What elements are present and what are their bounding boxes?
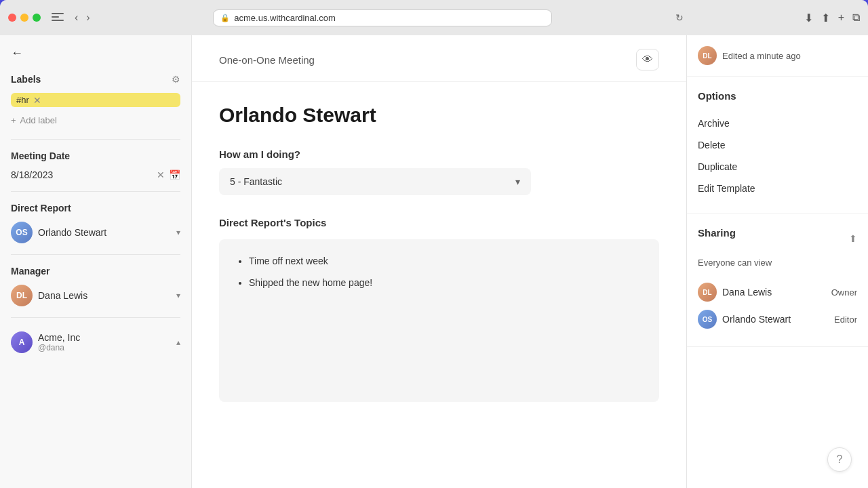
archive-option[interactable]: Archive <box>698 113 857 134</box>
divider-4 <box>11 317 180 318</box>
traffic-lights[interactable] <box>8 14 41 22</box>
eye-button[interactable]: 👁 <box>636 49 659 70</box>
hr-label-chip[interactable]: #hr ✕ <box>11 93 180 107</box>
browser-actions: ⬇ ⬆ + ⧉ <box>804 12 860 24</box>
dana-sharing-row: DL Dana Lewis Owner <box>698 279 857 306</box>
topics-area: Time off next week Shipped the new home … <box>219 239 659 402</box>
divider-2 <box>11 191 180 192</box>
dana-sharing-avatar: DL <box>698 283 717 302</box>
manager-title: Manager <box>11 266 50 277</box>
org-row[interactable]: A Acme, Inc @dana ▴ <box>11 331 180 353</box>
acme-avatar: A <box>11 331 33 353</box>
forward-nav-button[interactable]: › <box>83 10 92 25</box>
direct-report-row[interactable]: OS Orlando Stewart ▾ <box>11 222 180 243</box>
orlando-sharing-avatar: OS <box>698 310 717 329</box>
chevron-down-icon: ▾ <box>176 228 180 237</box>
manager-chevron-icon: ▾ <box>176 291 180 300</box>
direct-report-title: Direct Report <box>11 203 71 214</box>
doc-person-name: Orlando Stewart <box>219 104 659 127</box>
doc-body: Orlando Stewart How am I doing? 5 - Fant… <box>192 82 686 488</box>
clear-date-button[interactable]: ✕ <box>157 169 165 180</box>
rating-value: 5 - Fantastic <box>230 176 282 187</box>
date-row: 8/18/2023 ✕ 📅 <box>11 169 180 180</box>
divider-3 <box>11 254 180 255</box>
help-button[interactable]: ? <box>827 447 852 472</box>
rating-dropdown[interactable]: 5 - Fantastic ▾ <box>219 168 531 195</box>
maximize-button[interactable] <box>33 14 41 22</box>
download-button[interactable]: ⬇ <box>804 12 813 24</box>
topics-list: Time off next week Shipped the new home … <box>235 256 643 288</box>
orlando-sharing-row: OS Orlando Stewart Editor <box>698 306 857 333</box>
lock-icon: 🔒 <box>220 14 230 22</box>
back-nav-button[interactable]: ‹ <box>72 10 81 25</box>
meeting-date-title: Meeting Date <box>11 150 70 161</box>
doc-breadcrumb: One-on-One Meeting <box>219 54 315 66</box>
divider-1 <box>11 139 180 140</box>
back-button[interactable]: ← <box>11 46 180 60</box>
duplicate-option[interactable]: Duplicate <box>698 156 857 178</box>
main-content: One-on-One Meeting 👁 Orlando Stewart How… <box>192 35 686 488</box>
address-bar[interactable]: 🔒 acme.us.withcardinal.com <box>213 9 552 26</box>
add-label-row[interactable]: + Add label <box>11 113 180 128</box>
left-sidebar: ← Labels ⚙ #hr ✕ + Add label Meeting Dat… <box>0 35 192 488</box>
manager-name: Dana Lewis <box>38 290 87 301</box>
chevron-down-icon: ▾ <box>515 176 520 187</box>
org-name: Acme, Inc <box>38 332 80 343</box>
dana-sharing-name: Dana Lewis <box>722 287 826 298</box>
remove-label-button[interactable]: ✕ <box>33 96 41 105</box>
org-chevron-icon: ▴ <box>176 338 180 347</box>
delete-option[interactable]: Delete <box>698 134 857 156</box>
dana-avatar: DL <box>11 285 33 306</box>
add-icon: + <box>11 115 16 125</box>
topic-item-2: Shipped the new home page! <box>249 277 643 288</box>
labels-settings-button[interactable]: ⚙ <box>172 74 180 85</box>
url-text: acme.us.withcardinal.com <box>234 13 336 23</box>
edited-text: Edited a minute ago <box>722 51 801 61</box>
question-label: How am I doing? <box>219 148 659 160</box>
share-browser-button[interactable]: ⬆ <box>821 12 830 24</box>
doc-header: One-on-One Meeting 👁 <box>192 35 686 82</box>
close-button[interactable] <box>8 14 16 22</box>
right-sidebar: DL Edited a minute ago Options Archive D… <box>686 35 868 488</box>
editor-avatar: DL <box>698 46 717 65</box>
orlando-role: Editor <box>834 314 857 325</box>
orlando-sharing-name: Orlando Stewart <box>722 314 829 325</box>
dana-role: Owner <box>831 287 857 298</box>
topic-item-1: Time off next week <box>249 256 643 266</box>
sharing-section: Sharing ⬆ Everyone can view DL Dana Lewi… <box>687 214 868 347</box>
new-tab-button[interactable]: + <box>838 12 844 24</box>
date-value: 8/18/2023 <box>11 169 53 180</box>
reload-button[interactable]: ↻ <box>675 12 684 23</box>
topics-section-label: Direct Report's Topics <box>219 217 659 228</box>
edited-row: DL Edited a minute ago <box>687 35 868 77</box>
edit-template-option[interactable]: Edit Template <box>698 178 857 199</box>
options-title: Options <box>698 90 857 102</box>
sharing-title: Sharing <box>698 227 736 239</box>
share-button[interactable]: ⬆ <box>849 233 857 244</box>
everyone-view-text: Everyone can view <box>698 258 857 268</box>
calendar-button[interactable]: 📅 <box>169 169 180 180</box>
sidebar-toggle-button[interactable] <box>52 13 64 22</box>
manager-row[interactable]: DL Dana Lewis ▾ <box>11 285 180 306</box>
tabs-overview-button[interactable]: ⧉ <box>852 12 860 24</box>
labels-title: Labels <box>11 74 41 85</box>
direct-report-name: Orlando Stewart <box>38 227 106 238</box>
orlando-avatar: OS <box>11 222 33 243</box>
options-section: Options Archive Delete Duplicate Edit Te… <box>687 77 868 214</box>
org-handle: @dana <box>38 343 80 352</box>
minimize-button[interactable] <box>20 14 28 22</box>
